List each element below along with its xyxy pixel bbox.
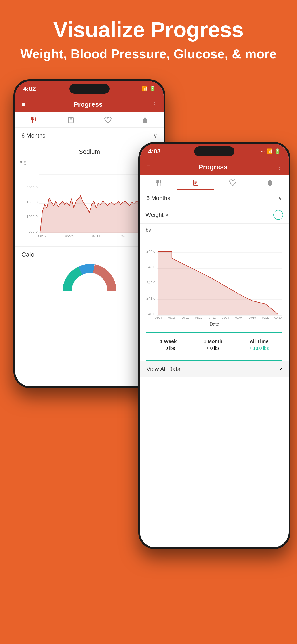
svg-text:07/2: 07/2 xyxy=(120,234,126,238)
status-time-back: 4:02 xyxy=(23,85,36,92)
svg-rect-0 xyxy=(68,118,73,123)
svg-text:06/16: 06/16 xyxy=(168,316,176,319)
tab-food[interactable] xyxy=(15,112,52,128)
view-all-label: View All Data xyxy=(146,366,181,372)
hero-subtitle: Weight, Blood Pressure, Glucose, & more xyxy=(13,46,284,62)
tab-bar-back xyxy=(15,112,164,128)
status-bar-back: 4:02 ···· 📶 🔋 xyxy=(15,81,164,96)
battery-icon: 🔋 xyxy=(150,86,156,92)
svg-text:240.0: 240.0 xyxy=(146,312,155,316)
weight-select-arrow: ∨ xyxy=(165,212,169,218)
stat-1month-label: 1 Month xyxy=(204,338,222,344)
app-bar-back: ≡ Progress ⋮ xyxy=(15,96,164,112)
more-icon-front[interactable]: ⋮ xyxy=(276,164,282,171)
weight-chart-section: lbs 240.0 241.0 242.0 243.0 244.0 xyxy=(140,224,289,332)
weight-chart-unit: lbs xyxy=(145,227,284,233)
tab-vitals-front[interactable] xyxy=(214,175,251,190)
weight-select-label: Weight xyxy=(145,212,163,218)
status-icons-back: ···· 📶 🔋 xyxy=(135,86,156,92)
notch-back xyxy=(69,84,109,94)
app-bar-title-front: Progress xyxy=(198,163,228,171)
svg-text:241.0: 241.0 xyxy=(146,296,155,300)
app-bar-front: ≡ Progress ⋮ xyxy=(140,159,289,175)
dropdown-arrow-front: ∨ xyxy=(278,195,282,202)
stat-1month-value: + 0 lbs xyxy=(204,346,222,351)
stat-1week-value: + 0 lbs xyxy=(160,346,177,351)
battery-icon-front: 🔋 xyxy=(275,148,281,154)
svg-text:07/11: 07/11 xyxy=(209,316,216,319)
hamburger-icon-front[interactable]: ≡ xyxy=(146,164,150,170)
notch-front xyxy=(194,146,234,156)
dropdown-arrow-back: ∨ xyxy=(153,132,157,139)
svg-text:500.0: 500.0 xyxy=(29,230,37,233)
tab-body[interactable] xyxy=(52,112,89,128)
period-dropdown-front[interactable]: 6 Months ∨ xyxy=(140,190,289,206)
svg-rect-18 xyxy=(193,180,198,185)
tab-vitals[interactable] xyxy=(89,112,126,128)
svg-text:06/26: 06/26 xyxy=(65,234,73,238)
date-axis-label: Date xyxy=(145,321,284,328)
tab-body-front[interactable] xyxy=(177,175,214,190)
svg-text:09/30: 09/30 xyxy=(275,316,282,319)
svg-text:06/14: 06/14 xyxy=(155,316,162,319)
svg-text:09/20: 09/20 xyxy=(262,316,270,319)
pie-chart-wrapper xyxy=(21,262,157,296)
period-label-back: 6 Months xyxy=(21,132,45,139)
chart-title-sodium: Sodium xyxy=(20,148,159,156)
hamburger-icon[interactable]: ≡ xyxy=(21,101,25,108)
status-bar-front: 4:03 ···· 📶 🔋 xyxy=(140,144,289,159)
status-icons-front: ···· 📶 🔋 xyxy=(260,148,281,154)
stat-1week: 1 Week + 0 lbs xyxy=(160,338,177,351)
calorie-title: Calo xyxy=(21,251,157,258)
period-dropdown-back[interactable]: 6 Months ∨ xyxy=(15,128,164,144)
hero-section: Visualize Progress Weight, Blood Pressur… xyxy=(0,0,297,70)
svg-text:06/29: 06/29 xyxy=(195,316,203,319)
tab-bar-front xyxy=(140,175,289,190)
app-bar-title-back: Progress xyxy=(73,100,103,108)
phones-container: 4:02 ···· 📶 🔋 ≡ Progress ⋮ xyxy=(0,70,297,585)
tab-water-front[interactable] xyxy=(251,175,289,190)
svg-text:243.0: 243.0 xyxy=(146,265,155,269)
tab-water[interactable] xyxy=(126,112,164,128)
view-all-arrow: ∨ xyxy=(280,367,282,371)
teal-line-back xyxy=(21,244,157,244)
stat-alltime-value: + 18.0 lbs xyxy=(249,346,269,351)
tab-food-front[interactable] xyxy=(140,175,177,190)
phone-front: 4:03 ···· 📶 🔋 ≡ Progress ⋮ xyxy=(138,142,290,549)
pie-chart-svg xyxy=(63,264,116,293)
weight-chart-svg: 240.0 241.0 242.0 243.0 244.0 xyxy=(145,235,284,320)
hero-title: Visualize Progress xyxy=(13,18,284,42)
svg-text:2000.0: 2000.0 xyxy=(26,186,37,190)
status-time-front: 4:03 xyxy=(148,148,161,155)
stat-1month: 1 Month + 0 lbs xyxy=(204,338,222,351)
wifi-icon-front: 📶 xyxy=(267,148,273,154)
more-icon-back[interactable]: ⋮ xyxy=(151,101,157,108)
weight-select-row: Weight ∨ + xyxy=(140,206,289,224)
signal-icon-front: ···· xyxy=(260,148,265,154)
view-all-row[interactable]: View All Data ∨ xyxy=(140,361,289,378)
stat-alltime-label: All Time xyxy=(249,338,269,344)
svg-text:1000.0: 1000.0 xyxy=(26,215,37,219)
stat-alltime: All Time + 18.0 lbs xyxy=(249,338,269,351)
svg-text:244.0: 244.0 xyxy=(146,250,155,253)
stat-1week-label: 1 Week xyxy=(160,338,177,344)
add-metric-button[interactable]: + xyxy=(273,210,283,220)
phone-front-screen: 4:03 ···· 📶 🔋 ≡ Progress ⋮ xyxy=(140,144,289,547)
signal-icon: ···· xyxy=(135,86,140,92)
svg-text:1500.0: 1500.0 xyxy=(26,200,37,204)
svg-text:06/12: 06/12 xyxy=(38,234,47,238)
svg-text:08/04: 08/04 xyxy=(222,316,229,319)
svg-text:09/04: 09/04 xyxy=(235,316,243,319)
wifi-icon: 📶 xyxy=(142,86,148,92)
svg-text:06/21: 06/21 xyxy=(182,316,189,319)
period-label-front: 6 Months xyxy=(146,195,170,202)
weight-select-area[interactable]: Weight ∨ xyxy=(145,212,271,218)
stats-row: 1 Week + 0 lbs 1 Month + 0 lbs All Time … xyxy=(140,333,289,356)
svg-text:07/11: 07/11 xyxy=(92,234,100,238)
svg-text:242.0: 242.0 xyxy=(146,281,155,285)
svg-text:09/19: 09/19 xyxy=(249,316,256,319)
